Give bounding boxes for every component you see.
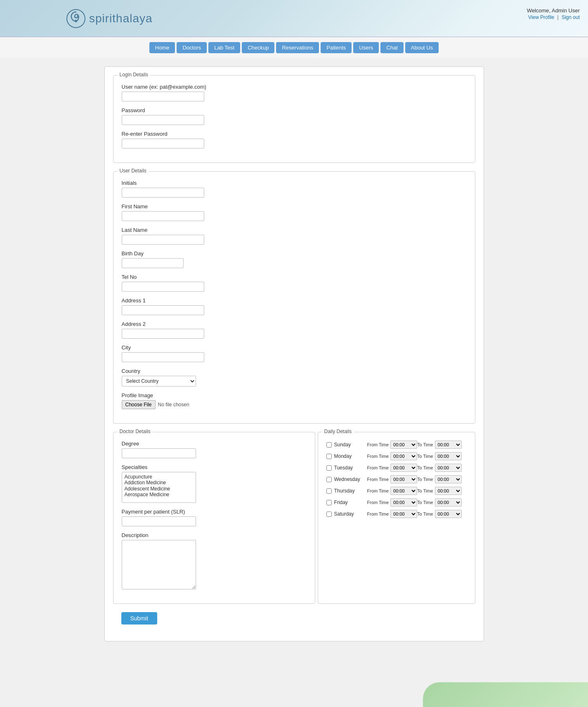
country-label: Country (122, 368, 467, 374)
from-time-select-monday[interactable]: 00:0001:0002:0003:0004:0005:0006:0007:00… (390, 452, 417, 460)
password-input[interactable] (122, 115, 204, 125)
nav-item-patients[interactable]: Patients (321, 42, 352, 53)
day-row-friday: FridayFrom Time 00:0001:0002:0003:0004:0… (326, 498, 467, 507)
tel-no-input[interactable] (122, 282, 204, 292)
from-time-group-friday: From Time 00:0001:0002:0003:0004:0005:00… (367, 498, 418, 507)
nav-item-checkup[interactable]: Checkup (242, 42, 274, 53)
sign-out-link[interactable]: Sign out (562, 14, 580, 20)
checkbox-saturday[interactable] (326, 511, 332, 517)
degree-group: Degree (122, 441, 307, 458)
view-profile-link[interactable]: View Profile (528, 14, 554, 20)
days-container: SundayFrom Time 00:0001:0002:0003:0004:0… (326, 441, 467, 518)
nav-item-users[interactable]: Users (353, 42, 379, 53)
day-label-thursday: Thursday (334, 488, 367, 494)
checkbox-thursday[interactable] (326, 488, 332, 494)
from-time-select-thursday[interactable]: 00:0001:0002:0003:0004:0005:0006:0007:00… (390, 487, 417, 495)
profile-image-label: Profile Image (122, 392, 467, 398)
to-time-select-wednesday[interactable]: 00:0001:0002:0003:0004:0005:0006:0007:00… (435, 475, 462, 483)
file-input-wrapper: Choose File No file chosen (122, 400, 467, 409)
last-name-input[interactable] (122, 235, 204, 245)
description-label: Description (122, 532, 307, 538)
nav-item-lab-test[interactable]: Lab Test (208, 42, 240, 53)
specialties-label: Specialties (122, 464, 307, 470)
reenter-password-input[interactable] (122, 139, 204, 148)
username-group: User name (ex: pat@example.com) (122, 84, 467, 101)
day-row-saturday: SaturdayFrom Time 00:0001:0002:0003:0004… (326, 510, 467, 518)
nav-inner: HomeDoctorsLab TestCheckupReservationsPa… (149, 42, 439, 53)
to-time-group-wednesday: To Time 00:0001:0002:0003:0004:0005:0006… (417, 475, 462, 483)
login-details-legend: Login Details (118, 72, 150, 78)
address2-label: Address 2 (122, 321, 467, 327)
from-time-label-sunday: From Time (367, 442, 389, 447)
birthday-label: Birth Day (122, 250, 467, 257)
first-name-input[interactable] (122, 211, 204, 221)
doctor-details-section: Doctor Details Degree Specialties Acupun… (113, 432, 315, 604)
from-time-label-monday: From Time (367, 454, 389, 459)
submit-button[interactable]: Submit (121, 612, 158, 625)
header-user-info: Welcome, Admin User View Profile | Sign … (527, 7, 580, 20)
tel-no-group: Tel No (122, 274, 467, 292)
from-time-select-saturday[interactable]: 00:0001:0002:0003:0004:0005:0006:0007:00… (390, 510, 417, 518)
user-details-legend: User Details (118, 168, 149, 174)
from-time-label-tuesday: From Time (367, 465, 389, 470)
logo-icon (66, 9, 86, 28)
doctor-details-legend: Doctor Details (118, 429, 153, 434)
logo-text: spirithalaya (89, 12, 153, 25)
to-time-select-saturday[interactable]: 00:0001:0002:0003:0004:0005:0006:0007:00… (435, 510, 462, 518)
address1-input[interactable] (122, 305, 204, 315)
degree-input[interactable] (122, 448, 196, 458)
payment-group: Payment per patient (SLR) (122, 509, 307, 526)
address1-group: Address 1 (122, 297, 467, 315)
svg-point-1 (75, 20, 77, 22)
password-label: Password (122, 107, 467, 113)
day-row-thursday: ThursdayFrom Time 00:0001:0002:0003:0004… (326, 487, 467, 495)
to-time-select-monday[interactable]: 00:0001:0002:0003:0004:0005:0006:0007:00… (435, 452, 462, 460)
from-time-group-monday: From Time 00:0001:0002:0003:0004:0005:00… (367, 452, 418, 460)
nav-item-doctors[interactable]: Doctors (177, 42, 207, 53)
to-time-group-tuesday: To Time 00:0001:0002:0003:0004:0005:0006… (417, 464, 462, 472)
nav-item-home[interactable]: Home (149, 42, 175, 53)
specialties-select[interactable]: AcupunctureAddiction MedicineAdolescent … (122, 472, 196, 503)
to-time-select-tuesday[interactable]: 00:0001:0002:0003:0004:0005:0006:0007:00… (435, 464, 462, 472)
submit-section: Submit (113, 608, 475, 633)
degree-label: Degree (122, 441, 307, 447)
day-label-saturday: Saturday (334, 511, 367, 517)
country-select[interactable]: Select CountryAfghanistanAlbaniaAlgeriaU… (122, 376, 196, 386)
address2-input[interactable] (122, 329, 204, 339)
initials-group: Initials (122, 180, 467, 198)
city-label: City (122, 344, 467, 351)
from-time-group-saturday: From Time 00:0001:0002:0003:0004:0005:00… (367, 510, 418, 518)
from-time-select-wednesday[interactable]: 00:0001:0002:0003:0004:0005:0006:0007:00… (390, 475, 417, 483)
from-time-select-friday[interactable]: 00:0001:0002:0003:0004:0005:0006:0007:00… (390, 498, 417, 507)
to-time-label-monday: To Time (417, 454, 433, 459)
payment-input[interactable] (122, 516, 196, 526)
username-input[interactable] (122, 92, 204, 101)
from-time-select-sunday[interactable]: 00:0001:0002:0003:0004:0005:0006:0007:00… (390, 441, 417, 449)
to-time-label-thursday: To Time (417, 488, 433, 493)
choose-file-button[interactable]: Choose File (122, 400, 156, 409)
from-time-select-tuesday[interactable]: 00:0001:0002:0003:0004:0005:0006:0007:00… (390, 464, 417, 472)
last-name-label: Last Name (122, 227, 467, 233)
to-time-group-sunday: To Time 00:0001:0002:0003:0004:0005:0006… (417, 441, 462, 449)
initials-input[interactable] (122, 188, 204, 198)
city-input[interactable] (122, 352, 204, 362)
nav-item-reservations[interactable]: Reservations (276, 42, 319, 53)
to-time-select-thursday[interactable]: 00:0001:0002:0003:0004:0005:0006:0007:00… (435, 487, 462, 495)
checkbox-friday[interactable] (326, 500, 332, 505)
checkbox-sunday[interactable] (326, 442, 332, 448)
to-time-select-friday[interactable]: 00:0001:0002:0003:0004:0005:0006:0007:00… (435, 498, 462, 507)
city-group: City (122, 344, 467, 362)
nav-item-about-us[interactable]: About Us (405, 42, 439, 53)
to-time-group-monday: To Time 00:0001:0002:0003:0004:0005:0006… (417, 452, 462, 460)
checkbox-wednesday[interactable] (326, 477, 332, 482)
to-time-label-sunday: To Time (417, 442, 433, 447)
birthday-input[interactable] (122, 258, 184, 268)
description-textarea[interactable] (122, 540, 196, 589)
tel-no-label: Tel No (122, 274, 467, 280)
checkbox-monday[interactable] (326, 454, 332, 459)
checkbox-tuesday[interactable] (326, 465, 332, 471)
to-time-select-sunday[interactable]: 00:0001:0002:0003:0004:0005:0006:0007:00… (435, 441, 462, 449)
day-label-monday: Monday (334, 453, 367, 459)
nav-item-chat[interactable]: Chat (380, 42, 403, 53)
country-group: Country Select CountryAfghanistanAlbania… (122, 368, 467, 386)
